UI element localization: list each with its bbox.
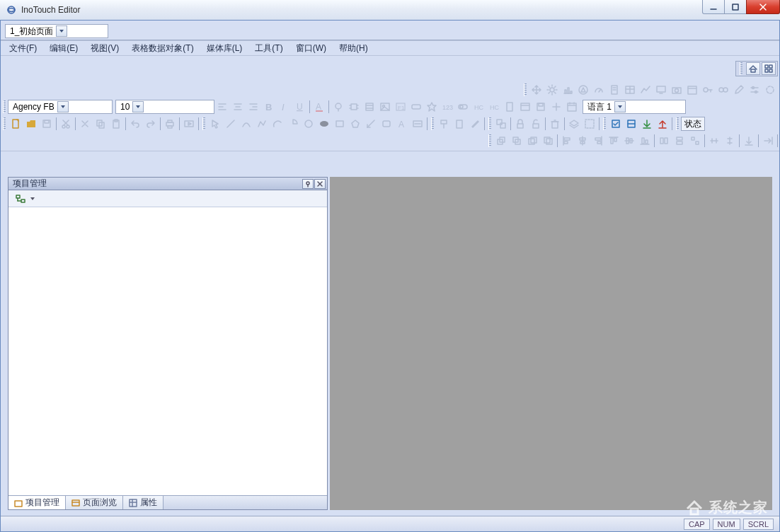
menu-file[interactable]: 文件(F) xyxy=(4,41,42,56)
line-icon[interactable] xyxy=(223,116,239,132)
text-icon[interactable]: A xyxy=(394,116,410,132)
menu-window[interactable]: 窗口(W) xyxy=(290,41,332,56)
toolbar-grip[interactable] xyxy=(740,62,742,75)
alignright-icon[interactable] xyxy=(590,133,606,149)
samew-icon[interactable] xyxy=(672,133,687,149)
disth-icon[interactable] xyxy=(706,133,722,149)
compass-icon[interactable] xyxy=(575,82,591,98)
date-icon[interactable] xyxy=(564,99,580,115)
distv-icon[interactable] xyxy=(722,133,738,149)
fnkey-icon[interactable]: F1 xyxy=(393,99,408,115)
roundrect-icon[interactable] xyxy=(379,116,394,132)
button-icon[interactable] xyxy=(408,99,424,115)
menu-tools[interactable]: 工具(T) xyxy=(249,41,288,56)
rect-icon[interactable] xyxy=(332,116,348,132)
tag-icon[interactable]: HC xyxy=(471,99,486,115)
curve-icon[interactable] xyxy=(239,116,254,132)
copy-icon[interactable] xyxy=(93,116,108,132)
sameh-icon[interactable] xyxy=(656,133,672,149)
front-icon[interactable] xyxy=(493,133,509,149)
cursor-icon[interactable] xyxy=(207,116,223,132)
scissors-icon[interactable] xyxy=(77,116,93,132)
toolbar-grip[interactable] xyxy=(3,117,6,130)
upload-icon[interactable] xyxy=(655,116,670,132)
fontsize-select[interactable]: 10 xyxy=(115,100,214,114)
maximize-button[interactable] xyxy=(724,0,747,14)
delete-icon[interactable] xyxy=(547,116,563,132)
build-icon[interactable] xyxy=(624,116,639,132)
ellipse-icon[interactable] xyxy=(316,116,332,132)
lock-icon[interactable] xyxy=(512,116,528,132)
menu-table[interactable]: 表格数据对象(T) xyxy=(126,41,199,56)
print-icon[interactable] xyxy=(162,116,178,132)
toolbar-grip[interactable] xyxy=(202,117,205,130)
align-center-icon[interactable] xyxy=(230,99,246,115)
language-select[interactable]: 语言 1 xyxy=(583,100,686,114)
pencil-icon[interactable] xyxy=(731,82,747,98)
circle-icon[interactable] xyxy=(301,116,316,132)
underline-icon[interactable]: U xyxy=(292,99,308,115)
polygon-icon[interactable] xyxy=(348,116,363,132)
group-icon[interactable] xyxy=(493,116,509,132)
trend-icon[interactable] xyxy=(638,82,653,98)
chip-icon[interactable] xyxy=(346,99,362,115)
camera-icon[interactable] xyxy=(669,82,684,98)
nudgedown-icon[interactable] xyxy=(741,133,757,149)
italic-icon[interactable]: I xyxy=(277,99,292,115)
download-icon[interactable] xyxy=(639,116,655,132)
brush-icon[interactable] xyxy=(467,116,483,132)
image-icon[interactable] xyxy=(377,99,393,115)
selectall-icon[interactable] xyxy=(582,116,597,132)
font-select[interactable]: Agency FB xyxy=(8,100,113,114)
film-icon[interactable] xyxy=(362,99,377,115)
tree-toggle-icon[interactable] xyxy=(13,191,28,207)
textbox-icon[interactable] xyxy=(410,116,425,132)
star-icon[interactable] xyxy=(424,99,440,115)
alignmid-icon[interactable] xyxy=(621,133,637,149)
page-select[interactable]: 1_初始页面 xyxy=(5,24,108,38)
design-canvas[interactable] xyxy=(330,177,772,510)
save-icon[interactable] xyxy=(533,99,549,115)
toolbar-grip[interactable] xyxy=(676,117,679,130)
page-icon[interactable] xyxy=(607,82,622,98)
tableobj-icon[interactable] xyxy=(622,82,638,98)
close-button[interactable] xyxy=(746,0,780,14)
paste-icon[interactable] xyxy=(108,116,124,132)
forward-icon[interactable] xyxy=(524,133,540,149)
savefile-icon[interactable] xyxy=(39,116,55,132)
compile-icon[interactable] xyxy=(608,116,624,132)
dropdown-arrow-icon[interactable] xyxy=(30,194,37,204)
menu-help[interactable]: 帮助(H) xyxy=(333,41,374,56)
project-tree[interactable] xyxy=(8,207,327,495)
alignleft-icon[interactable] xyxy=(559,133,575,149)
new-icon[interactable] xyxy=(8,116,23,132)
monitor-icon[interactable] xyxy=(653,82,669,98)
aligntop-icon[interactable] xyxy=(606,133,621,149)
gauge-icon[interactable] xyxy=(591,82,607,98)
state-button[interactable]: 状态 xyxy=(681,117,705,131)
arc-icon[interactable] xyxy=(270,116,285,132)
menu-media[interactable]: 媒体库(L) xyxy=(201,41,248,56)
alignbot-icon[interactable] xyxy=(637,133,653,149)
window-icon[interactable] xyxy=(517,99,533,115)
aligncenter-icon[interactable] xyxy=(575,133,590,149)
menu-view[interactable]: 视图(V) xyxy=(85,41,125,56)
calendar-icon[interactable] xyxy=(684,82,700,98)
toolbar-grip[interactable] xyxy=(524,83,527,96)
num-icon[interactable]: 123 xyxy=(440,99,455,115)
layers-icon[interactable] xyxy=(566,116,582,132)
tab-pagebrowse[interactable]: 页面浏览 xyxy=(66,496,123,509)
align-left-icon[interactable] xyxy=(214,99,230,115)
panel-pin-icon[interactable] xyxy=(302,179,314,189)
redo-icon[interactable] xyxy=(143,116,159,132)
toolbar-grip[interactable] xyxy=(431,117,434,130)
barchart-icon[interactable] xyxy=(560,82,575,98)
cut-icon[interactable] xyxy=(58,116,74,132)
key-icon[interactable] xyxy=(700,82,716,98)
move-icon[interactable] xyxy=(529,82,544,98)
unlock-icon[interactable] xyxy=(528,116,544,132)
panel-close-icon[interactable] xyxy=(314,179,326,189)
backward-icon[interactable] xyxy=(540,133,556,149)
toolbar-grip[interactable] xyxy=(488,117,491,130)
back-icon[interactable] xyxy=(509,133,524,149)
